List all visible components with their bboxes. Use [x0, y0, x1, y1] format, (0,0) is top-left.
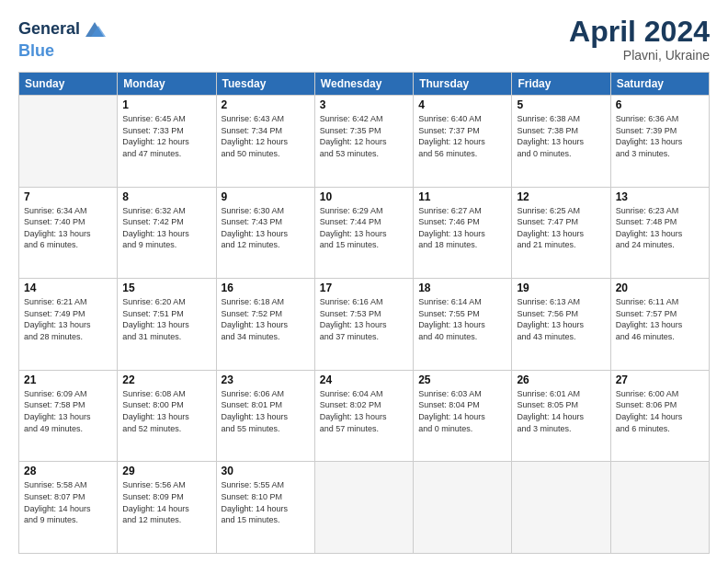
- day-info: Sunrise: 6:13 AMSunset: 7:56 PMDaylight:…: [517, 296, 605, 342]
- day-info: Sunrise: 6:14 AMSunset: 7:55 PMDaylight:…: [418, 296, 506, 342]
- day-number: 11: [418, 190, 506, 203]
- day-number: 14: [24, 282, 112, 294]
- table-row: 5Sunrise: 6:38 AMSunset: 7:38 PMDaylight…: [512, 96, 610, 188]
- day-info: Sunrise: 6:29 AMSunset: 7:44 PMDaylight:…: [320, 205, 408, 251]
- header-sunday: Sunday: [19, 73, 118, 96]
- table-row: 21Sunrise: 6:09 AMSunset: 7:58 PMDayligh…: [19, 370, 118, 462]
- day-number: 28: [24, 465, 112, 477]
- day-info: Sunrise: 6:18 AMSunset: 7:52 PMDaylight:…: [222, 296, 310, 342]
- day-number: 4: [418, 98, 506, 111]
- table-row: 28Sunrise: 5:58 AMSunset: 8:07 PMDayligh…: [19, 462, 118, 554]
- table-row: 7Sunrise: 6:34 AMSunset: 7:40 PMDaylight…: [19, 187, 118, 279]
- day-info: Sunrise: 6:23 AMSunset: 7:48 PMDaylight:…: [616, 205, 704, 251]
- day-number: 12: [517, 190, 605, 203]
- table-row: 24Sunrise: 6:04 AMSunset: 8:02 PMDayligh…: [314, 370, 413, 462]
- table-row: 2Sunrise: 6:43 AMSunset: 7:34 PMDaylight…: [216, 96, 314, 188]
- table-row: 17Sunrise: 6:16 AMSunset: 7:53 PMDayligh…: [314, 279, 413, 371]
- day-info: Sunrise: 6:38 AMSunset: 7:38 PMDaylight:…: [517, 113, 605, 159]
- logo-text: General: [18, 20, 80, 39]
- day-info: Sunrise: 6:06 AMSunset: 8:01 PMDaylight:…: [222, 388, 310, 434]
- table-row: 4Sunrise: 6:40 AMSunset: 7:37 PMDaylight…: [414, 96, 512, 188]
- day-number: 30: [222, 465, 310, 477]
- day-info: Sunrise: 6:27 AMSunset: 7:46 PMDaylight:…: [418, 205, 506, 251]
- table-row: 15Sunrise: 6:20 AMSunset: 7:51 PMDayligh…: [118, 279, 216, 371]
- day-number: 22: [122, 373, 210, 386]
- table-row: 30Sunrise: 5:55 AMSunset: 8:10 PMDayligh…: [216, 462, 314, 554]
- day-number: 17: [320, 282, 408, 294]
- day-info: Sunrise: 5:55 AMSunset: 8:10 PMDaylight:…: [222, 479, 310, 525]
- day-info: Sunrise: 5:56 AMSunset: 8:09 PMDaylight:…: [122, 479, 210, 525]
- day-info: Sunrise: 5:58 AMSunset: 8:07 PMDaylight:…: [24, 479, 112, 525]
- table-row: [610, 462, 709, 554]
- header-monday: Monday: [118, 73, 216, 96]
- table-row: [512, 462, 610, 554]
- calendar-week-row: 1Sunrise: 6:45 AMSunset: 7:33 PMDaylight…: [19, 96, 710, 188]
- day-number: 21: [24, 373, 112, 386]
- table-row: 20Sunrise: 6:11 AMSunset: 7:57 PMDayligh…: [610, 279, 709, 371]
- logo-text2: Blue: [18, 41, 54, 60]
- table-row: [314, 462, 413, 554]
- table-row: 26Sunrise: 6:01 AMSunset: 8:05 PMDayligh…: [512, 370, 610, 462]
- calendar-week-row: 7Sunrise: 6:34 AMSunset: 7:40 PMDaylight…: [19, 187, 710, 279]
- day-info: Sunrise: 6:09 AMSunset: 7:58 PMDaylight:…: [24, 388, 112, 434]
- day-number: 25: [418, 373, 506, 386]
- day-number: 6: [616, 98, 704, 111]
- title-block: April 2024 Plavni, Ukraine: [569, 17, 710, 63]
- calendar-week-row: 14Sunrise: 6:21 AMSunset: 7:49 PMDayligh…: [19, 279, 710, 371]
- day-number: 8: [122, 190, 210, 203]
- day-info: Sunrise: 6:04 AMSunset: 8:02 PMDaylight:…: [320, 388, 408, 434]
- day-info: Sunrise: 6:34 AMSunset: 7:40 PMDaylight:…: [24, 205, 112, 251]
- day-number: 10: [320, 190, 408, 203]
- table-row: 8Sunrise: 6:32 AMSunset: 7:42 PMDaylight…: [118, 187, 216, 279]
- table-row: 1Sunrise: 6:45 AMSunset: 7:33 PMDaylight…: [118, 96, 216, 188]
- day-info: Sunrise: 6:20 AMSunset: 7:51 PMDaylight:…: [122, 296, 210, 342]
- day-info: Sunrise: 6:11 AMSunset: 7:57 PMDaylight:…: [616, 296, 704, 342]
- table-row: 9Sunrise: 6:30 AMSunset: 7:43 PMDaylight…: [216, 187, 314, 279]
- table-row: 18Sunrise: 6:14 AMSunset: 7:55 PMDayligh…: [414, 279, 512, 371]
- month-title: April 2024: [569, 17, 710, 46]
- logo: General Blue: [18, 17, 108, 61]
- header-tuesday: Tuesday: [216, 73, 314, 96]
- day-info: Sunrise: 6:32 AMSunset: 7:42 PMDaylight:…: [122, 205, 210, 251]
- table-row: 13Sunrise: 6:23 AMSunset: 7:48 PMDayligh…: [610, 187, 709, 279]
- table-row: 14Sunrise: 6:21 AMSunset: 7:49 PMDayligh…: [19, 279, 118, 371]
- day-number: 26: [517, 373, 605, 386]
- calendar-week-row: 28Sunrise: 5:58 AMSunset: 8:07 PMDayligh…: [19, 462, 710, 554]
- table-row: 3Sunrise: 6:42 AMSunset: 7:35 PMDaylight…: [314, 96, 413, 188]
- table-row: [414, 462, 512, 554]
- day-info: Sunrise: 6:30 AMSunset: 7:43 PMDaylight:…: [222, 205, 310, 251]
- table-row: [19, 96, 118, 188]
- day-number: 7: [24, 190, 112, 203]
- header-wednesday: Wednesday: [314, 73, 413, 96]
- day-info: Sunrise: 6:25 AMSunset: 7:47 PMDaylight:…: [517, 205, 605, 251]
- day-number: 15: [122, 282, 210, 294]
- day-number: 5: [517, 98, 605, 111]
- page: General Blue April 2024 Plavni, Ukraine …: [0, 0, 728, 563]
- day-number: 29: [122, 465, 210, 477]
- calendar-week-row: 21Sunrise: 6:09 AMSunset: 7:58 PMDayligh…: [19, 370, 710, 462]
- day-info: Sunrise: 6:36 AMSunset: 7:39 PMDaylight:…: [616, 113, 704, 159]
- day-info: Sunrise: 6:16 AMSunset: 7:53 PMDaylight:…: [320, 296, 408, 342]
- day-info: Sunrise: 6:01 AMSunset: 8:05 PMDaylight:…: [517, 388, 605, 434]
- table-row: 23Sunrise: 6:06 AMSunset: 8:01 PMDayligh…: [216, 370, 314, 462]
- day-number: 19: [517, 282, 605, 294]
- table-row: 29Sunrise: 5:56 AMSunset: 8:09 PMDayligh…: [118, 462, 216, 554]
- table-row: 27Sunrise: 6:00 AMSunset: 8:06 PMDayligh…: [610, 370, 709, 462]
- header-thursday: Thursday: [414, 73, 512, 96]
- day-info: Sunrise: 6:21 AMSunset: 7:49 PMDaylight:…: [24, 296, 112, 342]
- day-number: 18: [418, 282, 506, 294]
- header-friday: Friday: [512, 73, 610, 96]
- weekday-header-row: Sunday Monday Tuesday Wednesday Thursday…: [19, 73, 710, 96]
- table-row: 11Sunrise: 6:27 AMSunset: 7:46 PMDayligh…: [414, 187, 512, 279]
- calendar: Sunday Monday Tuesday Wednesday Thursday…: [18, 72, 710, 554]
- day-number: 3: [320, 98, 408, 111]
- day-number: 23: [222, 373, 310, 386]
- location: Plavni, Ukraine: [569, 48, 710, 63]
- header-saturday: Saturday: [610, 73, 709, 96]
- table-row: 22Sunrise: 6:08 AMSunset: 8:00 PMDayligh…: [118, 370, 216, 462]
- day-info: Sunrise: 6:45 AMSunset: 7:33 PMDaylight:…: [122, 113, 210, 159]
- day-info: Sunrise: 6:42 AMSunset: 7:35 PMDaylight:…: [320, 113, 408, 159]
- table-row: 16Sunrise: 6:18 AMSunset: 7:52 PMDayligh…: [216, 279, 314, 371]
- table-row: 6Sunrise: 6:36 AMSunset: 7:39 PMDaylight…: [610, 96, 709, 188]
- day-number: 16: [222, 282, 310, 294]
